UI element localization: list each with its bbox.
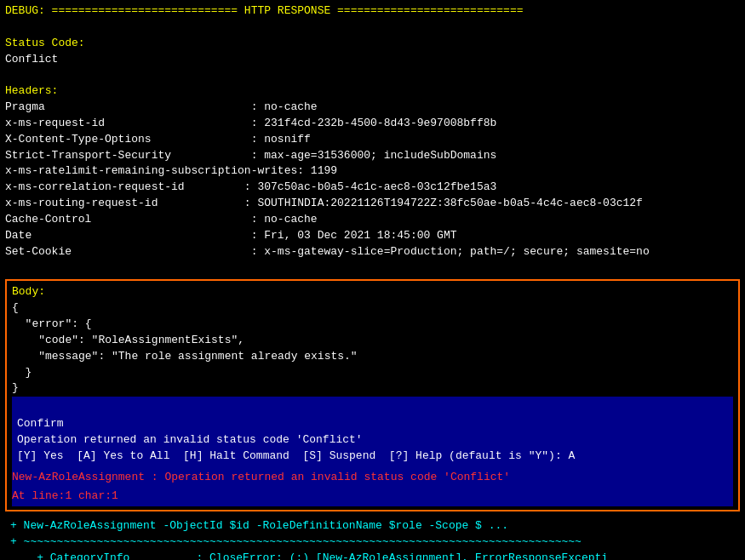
- error-cmd-line: New-AzRoleAssignment : Operation returne…: [12, 468, 733, 488]
- body-json-4: "message": "The role assignment already …: [12, 349, 733, 365]
- header-content-type: X-Content-Type-Options : nosniff: [5, 132, 740, 148]
- header-cookie: Set-Cookie : x-ms-gateway-slice=Producti…: [5, 244, 740, 260]
- header-ratelimit: x-ms-ratelimit-remaining-subscription-wr…: [5, 163, 740, 180]
- header-request-id: x-ms-request-id : 231f4cd-232b-4500-8d43…: [5, 116, 740, 132]
- debug-line: DEBUG: ============================ HTTP…: [5, 3, 740, 20]
- header-cache: Cache-Control : no-cache: [5, 212, 740, 228]
- bottom-line-3: + CategoryInfo : CloseError: (:) [New-Az…: [10, 551, 735, 560]
- error-loc-line: At line:1 char:1: [12, 487, 733, 506]
- body-section: Body: { "error": { "code": "RoleAssignme…: [12, 284, 733, 397]
- status-value: Conflict: [5, 52, 740, 68]
- headers-list: Pragma : no-cache x-ms-request-id : 231f…: [5, 100, 740, 260]
- header-sts: Strict-Transport-Security : max-age=3153…: [5, 148, 740, 164]
- body-json-6: }: [12, 380, 733, 397]
- error-block: New-AzRoleAssignment : Operation returne…: [12, 468, 733, 507]
- body-label: Body:: [12, 284, 733, 300]
- body-json-5: }: [12, 365, 733, 381]
- confirm-section: Confirm Operation returned an invalid st…: [12, 413, 733, 468]
- spacer2: [5, 67, 740, 83]
- bottom-section: + New-AzRoleAssignment -ObjectId $id -Ro…: [5, 515, 740, 560]
- bottom-line-2: + ~~~~~~~~~~~~~~~~~~~~~~~~~~~~~~~~~~~~~~…: [10, 534, 735, 551]
- body-json-3: "code": "RoleAssignmentExists",: [12, 333, 733, 349]
- status-label: Status Code:: [5, 36, 740, 52]
- header-date: Date : Fri, 03 Dec 2021 18:45:00 GMT: [5, 228, 740, 244]
- headers-label: Headers:: [5, 83, 740, 100]
- confirm-options: [Y] Yes [A] Yes to All [H] Halt Command …: [17, 449, 728, 465]
- confirm-message: Operation returned an invalid status cod…: [17, 432, 728, 449]
- body-json-1: {: [12, 300, 733, 317]
- confirm-label: Confirm: [17, 416, 728, 432]
- header-routing: x-ms-routing-request-id : SOUTHINDIA:202…: [5, 196, 740, 212]
- spacer3: [5, 260, 740, 277]
- spacer4: [12, 397, 733, 413]
- header-correlation: x-ms-correlation-request-id : 307c50ac-b…: [5, 180, 740, 196]
- header-pragma: Pragma : no-cache: [5, 100, 740, 116]
- bottom-line-1: + New-AzRoleAssignment -ObjectId $id -Ro…: [10, 518, 735, 534]
- terminal-window: DEBUG: ============================ HTTP…: [0, 0, 745, 560]
- spacer: [5, 20, 740, 36]
- highlighted-section: Body: { "error": { "code": "RoleAssignme…: [5, 279, 740, 511]
- body-json-2: "error": {: [12, 317, 733, 333]
